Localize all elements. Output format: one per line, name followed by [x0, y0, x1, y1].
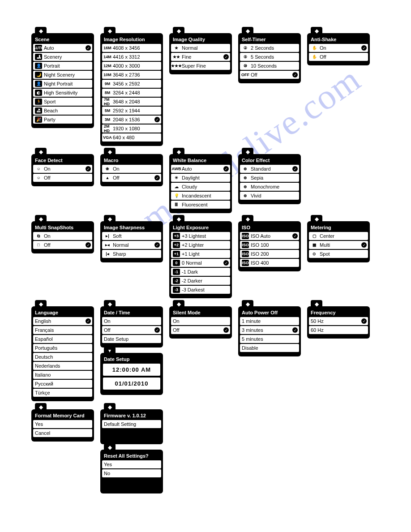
menu-item[interactable]: ⑤5 Seconds: [240, 53, 299, 61]
menu-item[interactable]: On: [102, 317, 161, 325]
menu-item[interactable]: ▸|Soft: [102, 232, 161, 240]
menu-item[interactable]: ⊛Vivid: [240, 192, 299, 200]
menu-item[interactable]: □Off✓: [33, 241, 92, 249]
menu-item[interactable]: 60 Hz: [309, 326, 368, 334]
menu-item[interactable]: Português: [33, 344, 92, 352]
menu-item[interactable]: 3 minutes✓: [240, 326, 299, 334]
menu-item[interactable]: ▸◂Normal✓: [102, 241, 161, 249]
menu-item[interactable]: Date Setup: [102, 335, 161, 343]
menu-item[interactable]: 🏞Scenery: [33, 53, 92, 61]
item-icon: -2: [173, 278, 180, 284]
menu-item[interactable]: ☀Daylight: [171, 174, 230, 182]
item-label: Fluorescent: [182, 202, 228, 207]
menu-item[interactable]: ISOISO 200: [240, 250, 299, 258]
menu-item[interactable]: ★★★Super Fine: [171, 62, 230, 70]
menu-item[interactable]: Deutsch: [33, 353, 92, 361]
menu-item[interactable]: 7M HD3648 x 2048: [102, 98, 161, 106]
menu-item[interactable]: 3M2048 x 1536✓: [102, 116, 161, 124]
menu-item[interactable]: ⧉On: [33, 232, 92, 240]
menu-item[interactable]: ISOISO Auto✓: [240, 232, 299, 240]
menu-item[interactable]: ★★Fine✓: [171, 53, 230, 61]
menu-item[interactable]: ★Normal: [171, 44, 230, 52]
menu-item[interactable]: 💡Incandescent: [171, 192, 230, 200]
menu-item[interactable]: ②2 Seconds: [240, 44, 299, 52]
menu-item[interactable]: 10M3648 x 2736: [102, 71, 161, 79]
menu-item[interactable]: 14M4416 x 3312: [102, 53, 161, 61]
menu-item[interactable]: ⊛Standard✓: [240, 165, 299, 173]
menu-item[interactable]: Türkçe: [33, 389, 92, 397]
menu-item[interactable]: 50 Hz✓: [309, 317, 368, 325]
menu-item[interactable]: No: [102, 469, 161, 477]
menu-item[interactable]: Off✓: [171, 326, 230, 334]
tab-icon: ▾: [104, 347, 116, 355]
menu-item[interactable]: 00 Normal✓: [171, 259, 230, 267]
menu-item[interactable]: 🏃Sport: [33, 98, 92, 106]
menu-item[interactable]: Yes: [102, 460, 161, 468]
menu-item[interactable]: ✋On✓: [309, 44, 368, 52]
menu-item[interactable]: 16M4608 x 3456: [102, 44, 161, 52]
date-setup-time[interactable]: 12:00:00 AM: [103, 364, 160, 376]
menu-item[interactable]: 5M2592 x 1944: [102, 107, 161, 115]
menu-item[interactable]: 2M HD1920 x 1080: [102, 124, 161, 133]
menu-item[interactable]: ⊛Sepia: [240, 174, 299, 182]
menu-item[interactable]: Русский: [33, 380, 92, 388]
menu-item[interactable]: 🌙Night Scenery: [33, 71, 92, 79]
item-label: 3456 x 2592: [113, 81, 159, 86]
item-icon: ☺: [35, 175, 42, 181]
menu-item[interactable]: On: [171, 317, 230, 325]
menu-item[interactable]: 8M3264 x 2448: [102, 89, 161, 97]
menu-item[interactable]: Nederlands: [33, 362, 92, 370]
menu-item[interactable]: Off✓: [102, 326, 161, 334]
menu-item[interactable]: +1+1 Light: [171, 250, 230, 258]
menu-item[interactable]: ▲Off✓: [102, 174, 161, 182]
menu-item[interactable]: -3-3 Darkest: [171, 286, 230, 294]
item-icon: ☀: [173, 175, 180, 181]
menu-item[interactable]: ISOISO 400: [240, 259, 299, 267]
menu-item[interactable]: VGA640 x 480: [102, 133, 161, 142]
menu-item[interactable]: 🏖Beach: [33, 107, 92, 115]
menu-item[interactable]: ⑩10 Seconds: [240, 62, 299, 70]
menu-item[interactable]: +3+3 Lightest: [171, 232, 230, 240]
menu-item[interactable]: -2-2 Darker: [171, 277, 230, 285]
menu-item[interactable]: ⊙Spot: [309, 250, 368, 258]
item-icon: 🎉: [35, 116, 42, 123]
menu-item[interactable]: AWBAuto✓: [171, 165, 230, 173]
menu-item[interactable]: ✋Off: [309, 53, 368, 61]
menu-item[interactable]: 9M3456 x 2592: [102, 80, 161, 88]
menu-item[interactable]: Français: [33, 326, 92, 334]
item-icon: ⊛: [242, 175, 249, 181]
menu-item[interactable]: OFFOff✓: [240, 71, 299, 79]
menu-item[interactable]: ☺Off: [33, 174, 92, 182]
menu-item[interactable]: 12M4000 x 3000: [102, 62, 161, 70]
item-label: Off: [44, 175, 90, 180]
menu-item[interactable]: ☁Cloudy: [171, 183, 230, 191]
menu-item[interactable]: Default Setting: [102, 420, 161, 428]
menu-item[interactable]: Italiano: [33, 371, 92, 379]
menu-item[interactable]: ❀On: [102, 165, 161, 173]
menu-item[interactable]: Cancel: [33, 429, 92, 437]
date-setup-date[interactable]: 01/01/2010: [103, 378, 160, 390]
menu-item[interactable]: ☺On✓: [33, 165, 92, 173]
item-icon: ❀: [104, 166, 111, 172]
menu-item[interactable]: -1-1 Dark: [171, 268, 230, 276]
tab-icon: ◆: [311, 27, 322, 35]
menu-item[interactable]: ≣Fluorescent: [171, 201, 230, 209]
menu-item[interactable]: Disable: [240, 344, 299, 352]
menu-item[interactable]: Yes: [33, 420, 92, 428]
item-label: Deutsch: [35, 354, 90, 360]
menu-item[interactable]: ISOISO 100: [240, 241, 299, 249]
menu-item[interactable]: ▦Multi✓: [309, 241, 368, 249]
menu-item[interactable]: 🎉Party: [33, 116, 92, 124]
menu-item[interactable]: ◐High Sensitivity: [33, 89, 92, 97]
menu-item[interactable]: AUTOAuto✓: [33, 44, 92, 52]
menu-item[interactable]: 1 minute: [240, 317, 299, 325]
menu-item[interactable]: |◂Sharp: [102, 250, 161, 258]
menu-item[interactable]: Español: [33, 335, 92, 343]
menu-item[interactable]: ⊛Monochrome: [240, 183, 299, 191]
menu-item[interactable]: +2+2 Lighter: [171, 241, 230, 249]
menu-item[interactable]: 👤Portrait: [33, 62, 92, 70]
menu-item[interactable]: 5 minutes: [240, 335, 299, 343]
menu-item[interactable]: 👤Night Portrait: [33, 80, 92, 88]
menu-item[interactable]: English✓: [33, 317, 92, 325]
menu-item[interactable]: ▢Center: [309, 232, 368, 240]
